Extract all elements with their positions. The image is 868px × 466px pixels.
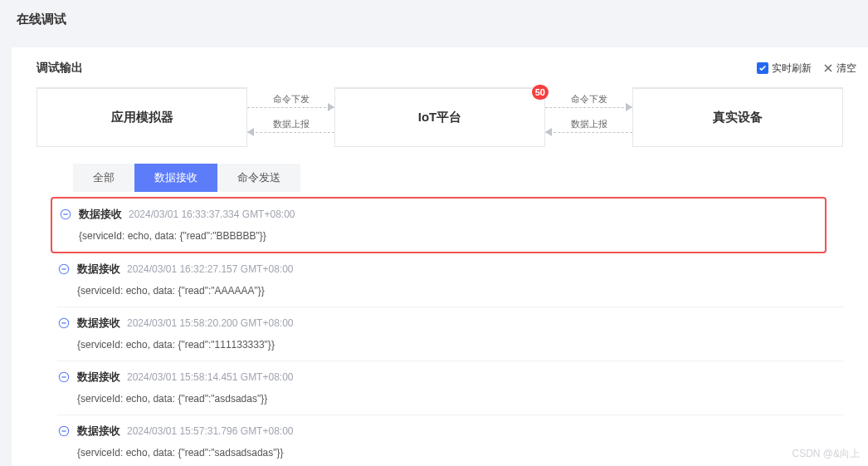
cmd-down-label-2: 命令下发 (545, 93, 632, 105)
log-head[interactable]: 数据接收2024/03/01 15:58:14.451 GMT+08:00 (57, 370, 843, 385)
log-time: 2024/03/01 16:33:37.334 GMT+08:00 (129, 208, 295, 220)
flow-connector-right: 命令下发 数据上报 (545, 87, 632, 147)
log-head[interactable]: 数据接收2024/03/01 15:57:31.796 GMT+08:00 (57, 424, 843, 439)
tab-send[interactable]: 命令发送 (217, 164, 300, 192)
flow-node-simulator: 应用模拟器 (37, 87, 247, 147)
log-item: 数据接收2024/03/01 15:58:14.451 GMT+08:00{se… (57, 361, 843, 415)
log-body: {serviceId: echo, data: {"read":"AAAAAA"… (57, 277, 843, 297)
flow-connector-left: 命令下发 数据上报 (247, 87, 334, 147)
clear-label: 清空 (836, 61, 856, 76)
log-time: 2024/03/01 16:32:27.157 GMT+08:00 (127, 263, 294, 275)
log-body: {serviceId: echo, data: {"read":"BBBBBB"… (59, 222, 820, 242)
flow-node-platform: IoT平台 50 (334, 87, 545, 147)
log-head[interactable]: 数据接收2024/03/01 16:32:27.157 GMT+08:00 (57, 262, 843, 277)
output-actions: 实时刷新 清空 (757, 61, 856, 76)
log-body: {serviceId: echo, data: {"read":"asdsada… (57, 385, 843, 405)
log-type: 数据接收 (79, 207, 122, 222)
log-tabs: 全部 数据接收 命令发送 (12, 147, 868, 192)
log-type: 数据接收 (77, 370, 120, 385)
debug-output-panel: 调试输出 实时刷新 清空 应用模拟器 命令下发 数据上报 (12, 47, 868, 466)
log-head[interactable]: 数据接收2024/03/01 16:33:37.334 GMT+08:00 (59, 207, 820, 222)
log-list: 数据接收2024/03/01 16:33:37.334 GMT+08:00{se… (12, 192, 868, 466)
log-body: {serviceId: echo, data: {"read":"1111333… (57, 331, 843, 351)
log-type: 数据接收 (77, 316, 120, 331)
realtime-label: 实时刷新 (772, 61, 812, 76)
log-head[interactable]: 数据接收2024/03/01 15:58:20.200 GMT+08:00 (57, 316, 843, 331)
page-title: 在线调试 (0, 0, 868, 39)
collapse-icon[interactable] (57, 262, 71, 276)
flow-node-device: 真实设备 (632, 87, 843, 147)
checkbox-icon (757, 62, 768, 74)
log-time: 2024/03/01 15:58:14.451 GMT+08:00 (127, 371, 294, 383)
log-type: 数据接收 (77, 262, 120, 277)
log-body: {serviceId: echo, data: {"read":"sadsads… (57, 439, 843, 459)
clear-button[interactable]: 清空 (823, 61, 856, 76)
collapse-icon[interactable] (59, 208, 72, 221)
log-time: 2024/03/01 15:57:31.796 GMT+08:00 (127, 425, 294, 437)
collapse-icon[interactable] (57, 370, 71, 384)
log-item: 数据接收2024/03/01 15:57:31.796 GMT+08:00{se… (57, 415, 843, 466)
collapse-icon[interactable] (57, 424, 71, 438)
data-up-label: 数据上报 (247, 118, 334, 130)
data-up-label-2: 数据上报 (545, 118, 632, 130)
platform-label: IoT平台 (418, 110, 462, 125)
collapse-icon[interactable] (57, 316, 71, 330)
cmd-down-label: 命令下发 (247, 93, 334, 105)
log-item: 数据接收2024/03/01 15:58:20.200 GMT+08:00{se… (57, 307, 843, 361)
tab-all[interactable]: 全部 (73, 164, 134, 192)
log-type: 数据接收 (77, 424, 120, 439)
log-time: 2024/03/01 15:58:20.200 GMT+08:00 (127, 317, 294, 329)
watermark: CSDN @&向上 (792, 447, 860, 461)
realtime-refresh-checkbox[interactable]: 实时刷新 (757, 61, 812, 76)
output-title: 调试输出 (37, 61, 83, 76)
log-item: 数据接收2024/03/01 16:32:27.157 GMT+08:00{se… (57, 253, 843, 307)
close-icon (823, 63, 833, 73)
tab-receive[interactable]: 数据接收 (134, 164, 217, 192)
output-header: 调试输出 实时刷新 清空 (12, 61, 868, 87)
log-item: 数据接收2024/03/01 16:33:37.334 GMT+08:00{se… (51, 197, 827, 253)
flow-diagram: 应用模拟器 命令下发 数据上报 IoT平台 50 命令下发 数据上报 (12, 87, 868, 147)
